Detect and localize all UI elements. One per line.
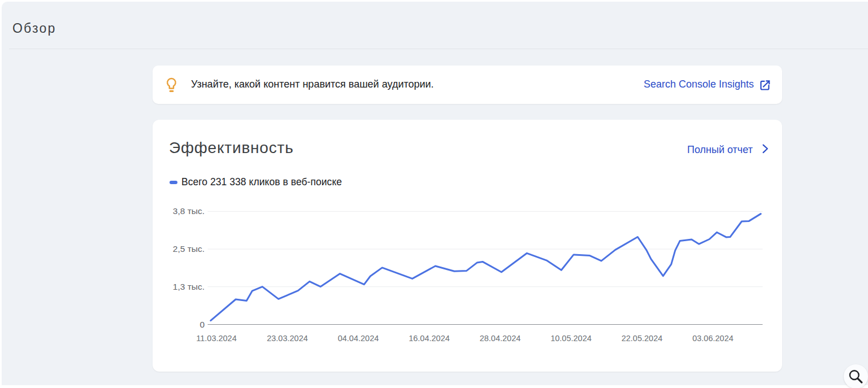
svg-text:0: 0 [199, 320, 205, 329]
svg-text:1,3 тыс.: 1,3 тыс. [173, 282, 205, 291]
svg-text:11.03.2024: 11.03.2024 [196, 334, 237, 343]
svg-text:10.05.2024: 10.05.2024 [550, 334, 592, 343]
svg-text:28.04.2024: 28.04.2024 [480, 334, 521, 343]
svg-text:23.03.2024: 23.03.2024 [267, 334, 308, 343]
svg-text:16.04.2024: 16.04.2024 [409, 334, 450, 343]
svg-text:2,5 тыс.: 2,5 тыс. [173, 244, 205, 254]
svg-text:3,8 тыс.: 3,8 тыс. [173, 206, 205, 216]
svg-text:22.05.2024: 22.05.2024 [622, 334, 663, 343]
svg-text:04.04.2024: 04.04.2024 [338, 334, 379, 343]
svg-text:03.06.2024: 03.06.2024 [692, 334, 734, 343]
